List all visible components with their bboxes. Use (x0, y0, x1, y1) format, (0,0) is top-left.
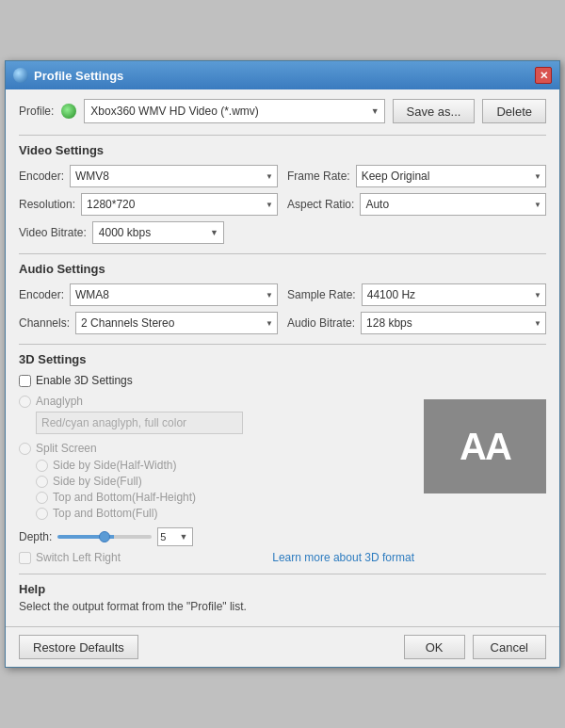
app-icon (13, 68, 28, 83)
resolution-select[interactable]: 1280*720 1920*1080 854*480 640*360 (81, 193, 278, 216)
xbox-icon (61, 104, 76, 119)
audio-bitrate-select[interactable]: 128 kbps 192 kbps 256 kbps 64 kbps (361, 312, 546, 334)
audio-settings-section: Audio Settings Encoder: WMA8 WMA9 Sample… (19, 253, 546, 334)
depth-label: Depth: (19, 530, 52, 543)
side-by-side-half-row: Side by Side(Half-Width) (36, 459, 414, 472)
video-bitrate-select[interactable]: 4000 kbps 2000 kbps 1000 kbps (92, 221, 224, 244)
aspect-ratio-row: Aspect Ratio: Auto 16:9 4:3 (287, 193, 546, 216)
audio-encoder-select[interactable]: WMA8 WMA9 (70, 283, 278, 306)
ok-button[interactable]: OK (404, 635, 465, 659)
anaglyph-row: Anaglyph (19, 395, 414, 408)
channels-row: Channels: 2 Channels Stereo 1 Channel Mo… (19, 312, 278, 334)
side-by-side-half-label[interactable]: Side by Side(Half-Width) (53, 459, 176, 472)
audio-form-grid: Encoder: WMA8 WMA9 Sample Rate: 44100 Hz (19, 283, 546, 334)
resolution-row: Resolution: 1280*720 1920*1080 854*480 6… (19, 193, 278, 216)
video-encoder-select[interactable]: WMV8 WMV9 (70, 165, 278, 187)
footer-right: OK Cancel (404, 635, 546, 659)
anaglyph-radio[interactable] (19, 396, 31, 408)
audio-settings-title: Audio Settings (19, 262, 546, 276)
enable-3d-label[interactable]: Enable 3D Settings (36, 374, 133, 387)
enable-3d-row: Enable 3D Settings (19, 374, 546, 387)
learn-more-link[interactable]: Learn more about 3D format (272, 551, 414, 564)
top-bottom-half-row: Top and Bottom(Half-Height) (36, 491, 414, 504)
side-by-side-full-row: Side by Side(Full) (36, 475, 414, 488)
3d-settings-section: 3D Settings Enable 3D Settings Anaglyph … (19, 344, 546, 564)
frame-rate-label: Frame Rate: (287, 170, 350, 183)
title-bar: Profile Settings ✕ (6, 61, 559, 89)
video-encoder-select-wrap: WMV8 WMV9 (70, 165, 278, 187)
channels-label: Channels: (19, 316, 70, 330)
sample-rate-label: Sample Rate: (287, 288, 356, 301)
switch-lr-row: Switch Left Right Learn more about 3D fo… (19, 551, 414, 564)
video-settings-section: Video Settings Encoder: WMV8 WMV9 Frame … (19, 135, 546, 244)
profile-settings-dialog: Profile Settings ✕ Profile: Xbox360 WMV … (5, 60, 560, 668)
save-as-button[interactable]: Save as... (393, 99, 476, 123)
top-bottom-full-row: Top and Bottom(Full) (36, 507, 414, 520)
3d-content: Anaglyph Red/cyan anaglyph, full color S… (19, 395, 546, 564)
video-bitrate-row: Video Bitrate: 4000 kbps 2000 kbps 1000 … (19, 221, 546, 244)
audio-bitrate-select-wrap: 128 kbps 192 kbps 256 kbps 64 kbps (361, 312, 546, 334)
anaglyph-label[interactable]: Anaglyph (36, 395, 83, 408)
audio-encoder-select-wrap: WMA8 WMA9 (70, 283, 278, 306)
3d-preview: AA (424, 399, 546, 493)
aspect-ratio-select[interactable]: Auto 16:9 4:3 (360, 193, 546, 216)
frame-rate-select[interactable]: Keep Original 29.97 25 24 (356, 165, 546, 187)
profile-row: Profile: Xbox360 WMV HD Video (*.wmv) Sa… (19, 99, 546, 123)
video-bitrate-label: Video Bitrate: (19, 226, 87, 239)
anaglyph-select[interactable]: Red/cyan anaglyph, full color (36, 412, 243, 434)
title-bar-left: Profile Settings (13, 68, 123, 83)
footer: Restore Defaults OK Cancel (6, 626, 559, 667)
side-by-side-half-radio[interactable] (36, 460, 48, 472)
help-section: Help Select the output format from the "… (19, 574, 546, 613)
split-screen-row: Split Screen (19, 442, 414, 455)
anaglyph-select-row: Red/cyan anaglyph, full color (36, 412, 414, 434)
switch-lr-group: Switch Left Right (19, 551, 121, 564)
side-by-side-full-label[interactable]: Side by Side(Full) (53, 475, 142, 488)
profile-label: Profile: (19, 105, 54, 118)
video-bitrate-select-wrap: 4000 kbps 2000 kbps 1000 kbps (92, 221, 224, 244)
side-by-side-full-radio[interactable] (36, 476, 48, 488)
depth-slider[interactable] (57, 535, 152, 539)
cancel-button[interactable]: Cancel (473, 635, 546, 659)
video-form-grid: Encoder: WMV8 WMV9 Frame Rate: Keep Orig… (19, 165, 546, 216)
enable-3d-checkbox[interactable] (19, 375, 31, 387)
channels-select-wrap: 2 Channels Stereo 1 Channel Mono (75, 312, 278, 334)
top-bottom-half-label[interactable]: Top and Bottom(Half-Height) (53, 491, 196, 504)
split-screen-options: Side by Side(Half-Width) Side by Side(Fu… (36, 459, 414, 520)
frame-rate-row: Frame Rate: Keep Original 29.97 25 24 (287, 165, 546, 187)
audio-bitrate-row: Audio Bitrate: 128 kbps 192 kbps 256 kbp… (287, 312, 546, 334)
audio-encoder-label: Encoder: (19, 288, 64, 301)
aspect-ratio-label: Aspect Ratio: (287, 198, 354, 211)
profile-select[interactable]: Xbox360 WMV HD Video (*.wmv) (84, 99, 384, 123)
top-bottom-half-radio[interactable] (36, 492, 48, 504)
sample-rate-row: Sample Rate: 44100 Hz 22050 Hz 11025 Hz (287, 283, 546, 306)
restore-defaults-button[interactable]: Restore Defaults (19, 635, 138, 659)
top-bottom-full-radio[interactable] (36, 508, 48, 520)
frame-rate-select-wrap: Keep Original 29.97 25 24 (356, 165, 546, 187)
top-bottom-full-label[interactable]: Top and Bottom(Full) (53, 507, 157, 520)
split-screen-radio[interactable] (19, 443, 31, 455)
dialog-body: Profile: Xbox360 WMV HD Video (*.wmv) Sa… (6, 89, 559, 626)
video-encoder-row: Encoder: WMV8 WMV9 (19, 165, 278, 187)
audio-encoder-row: Encoder: WMA8 WMA9 (19, 283, 278, 306)
help-title: Help (19, 582, 546, 596)
sample-rate-select[interactable]: 44100 Hz 22050 Hz 11025 Hz (362, 283, 546, 306)
3d-settings-title: 3D Settings (19, 352, 546, 366)
delete-button[interactable]: Delete (482, 99, 546, 123)
profile-select-wrap: Xbox360 WMV HD Video (*.wmv) (84, 99, 384, 123)
aspect-ratio-select-wrap: Auto 16:9 4:3 (360, 193, 546, 216)
resolution-select-wrap: 1280*720 1920*1080 854*480 640*360 (81, 193, 278, 216)
dialog-title: Profile Settings (34, 69, 123, 83)
preview-aa-text: AA (460, 426, 510, 468)
channels-select[interactable]: 2 Channels Stereo 1 Channel Mono (75, 312, 278, 334)
video-settings-title: Video Settings (19, 143, 546, 157)
depth-select[interactable]: 5 1 2 3 4 6 7 8 9 10 (157, 527, 193, 546)
switch-lr-label[interactable]: Switch Left Right (36, 551, 121, 564)
split-screen-label[interactable]: Split Screen (36, 442, 97, 455)
sample-rate-select-wrap: 44100 Hz 22050 Hz 11025 Hz (362, 283, 546, 306)
depth-row: Depth: 5 1 2 3 4 6 7 8 (19, 527, 414, 546)
close-button[interactable]: ✕ (535, 67, 552, 84)
switch-lr-checkbox[interactable] (19, 552, 31, 564)
resolution-label: Resolution: (19, 198, 75, 211)
audio-bitrate-label: Audio Bitrate: (287, 316, 355, 330)
